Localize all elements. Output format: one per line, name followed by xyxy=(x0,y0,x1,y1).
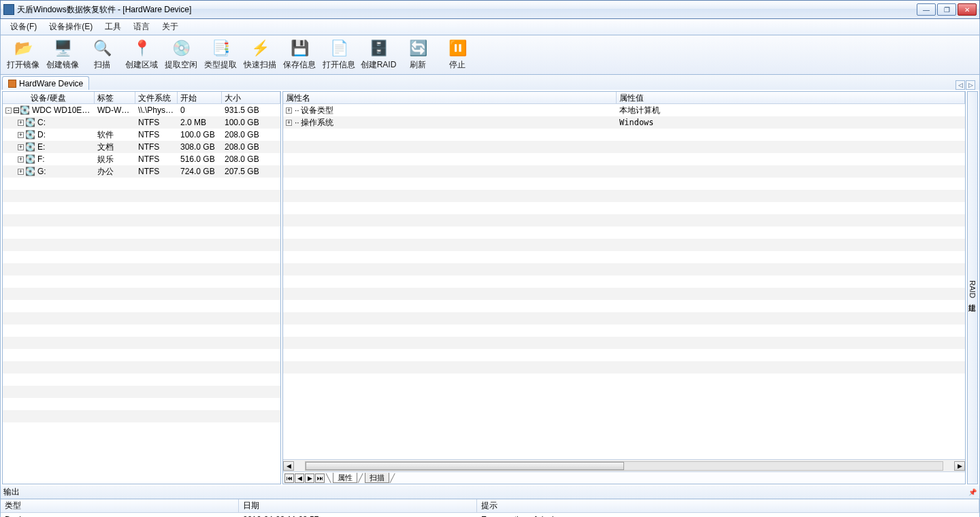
toolbar-button-10[interactable]: 🔄刷新 xyxy=(398,37,438,73)
tab-properties[interactable]: 属性 xyxy=(333,473,357,483)
col-size[interactable]: 大小 xyxy=(222,92,280,103)
col-device[interactable]: 设备/硬盘 xyxy=(3,92,95,103)
device-row[interactable]: +💽E:文档NTFS308.0 GB208.0 GB xyxy=(3,141,280,153)
prop-row[interactable] xyxy=(283,288,965,300)
col-prop-value[interactable]: 属性值 xyxy=(617,92,965,103)
toolbar-button-4[interactable]: 💿提取空闲 xyxy=(161,37,201,73)
device-row[interactable] xyxy=(3,324,280,337)
prop-row[interactable] xyxy=(283,165,965,178)
toolbar-button-6[interactable]: ⚡快速扫描 xyxy=(240,37,280,73)
maximize-button[interactable]: ❐ xyxy=(937,3,956,16)
prop-row[interactable] xyxy=(283,300,965,312)
device-row[interactable]: +💽D:软件NTFS100.0 GB208.0 GB xyxy=(3,129,280,141)
device-row[interactable] xyxy=(3,349,280,361)
menu-item-3[interactable]: 语言 xyxy=(128,20,155,34)
close-button[interactable]: ✕ xyxy=(958,3,977,16)
device-row[interactable]: +💽G:办公NTFS724.0 GB207.5 GB xyxy=(3,165,280,178)
device-row[interactable] xyxy=(3,263,280,276)
menu-item-4[interactable]: 关于 xyxy=(157,20,184,34)
toolbar-button-7[interactable]: 💾保存信息 xyxy=(280,37,319,73)
out-col-hint[interactable]: 提示 xyxy=(477,499,979,512)
menu-item-1[interactable]: 设备操作(E) xyxy=(44,20,98,34)
prop-row[interactable] xyxy=(283,153,965,165)
col-label[interactable]: 标签 xyxy=(95,92,135,103)
device-row[interactable] xyxy=(3,398,280,410)
tab-scan[interactable]: 扫描 xyxy=(365,473,389,483)
nav-last-icon[interactable]: ⏭ xyxy=(315,473,325,483)
prop-expand-icon[interactable]: + xyxy=(286,120,292,126)
device-row[interactable] xyxy=(3,312,280,324)
device-row[interactable] xyxy=(3,373,280,386)
device-row[interactable] xyxy=(3,202,280,214)
toolbar-button-8[interactable]: 📄打开信息 xyxy=(319,37,359,73)
prop-row[interactable] xyxy=(283,251,965,263)
device-row[interactable]: +💽F:娱乐NTFS516.0 GB208.0 GB xyxy=(3,153,280,165)
tab-nav-prev[interactable]: ◁ xyxy=(956,80,965,90)
prop-row[interactable] xyxy=(283,263,965,276)
device-row[interactable] xyxy=(3,251,280,263)
prop-row[interactable] xyxy=(283,276,965,288)
prop-row[interactable]: +··设备类型本地计算机 xyxy=(283,104,965,116)
menu-item-2[interactable]: 工具 xyxy=(99,20,127,34)
nav-first-icon[interactable]: ⏮ xyxy=(284,473,294,483)
tree-expand-icon[interactable]: - xyxy=(5,107,12,114)
toolbar-button-2[interactable]: 🔍扫描 xyxy=(82,37,122,73)
tree-expand-icon[interactable]: + xyxy=(18,169,24,175)
tree-expand-icon[interactable]: + xyxy=(18,120,24,126)
nav-next-icon[interactable]: ▶ xyxy=(305,473,314,483)
toolbar-button-1[interactable]: 🖥️创建镜像 xyxy=(43,37,82,73)
device-row[interactable] xyxy=(3,239,280,251)
prop-row[interactable]: +··操作系统Windows xyxy=(283,116,965,129)
toolbar-button-3[interactable]: 📍创建区域 xyxy=(122,37,161,73)
out-col-type[interactable]: 类型 xyxy=(1,499,239,512)
tab-nav-next[interactable]: ▷ xyxy=(966,80,975,90)
prop-row[interactable] xyxy=(283,129,965,141)
prop-row[interactable] xyxy=(283,324,965,337)
document-tab-hardware[interactable]: HardWare Device xyxy=(2,76,89,90)
device-row[interactable] xyxy=(3,214,280,227)
tree-expand-icon[interactable]: + xyxy=(18,156,24,163)
prop-row[interactable] xyxy=(283,202,965,214)
prop-row[interactable] xyxy=(283,141,965,153)
prop-row[interactable] xyxy=(283,227,965,239)
tree-expand-icon[interactable]: + xyxy=(18,144,24,150)
h-scrollbar[interactable]: ◀ ▶ xyxy=(283,459,965,471)
col-fs[interactable]: 文件系统 xyxy=(135,92,178,103)
prop-expand-icon[interactable]: + xyxy=(286,107,292,114)
toolbar-button-9[interactable]: 🗄️创建RAID xyxy=(359,37,398,73)
prop-row[interactable] xyxy=(283,312,965,324)
scroll-left-icon[interactable]: ◀ xyxy=(283,461,294,471)
minimize-button[interactable]: — xyxy=(917,3,936,16)
scroll-right-icon[interactable]: ▶ xyxy=(954,461,965,471)
col-prop-name[interactable]: 属性名 xyxy=(283,92,617,103)
pin-icon[interactable]: 📌 xyxy=(968,488,977,496)
device-row[interactable] xyxy=(3,337,280,349)
menu-item-0[interactable]: 设备(F) xyxy=(5,20,42,34)
col-start[interactable]: 开始 xyxy=(178,92,222,103)
device-row[interactable] xyxy=(3,300,280,312)
nav-prev-icon[interactable]: ◀ xyxy=(295,473,304,483)
toolbar-button-5[interactable]: 📑类型提取 xyxy=(201,37,240,73)
prop-row[interactable] xyxy=(283,337,965,349)
device-row[interactable] xyxy=(3,386,280,398)
prop-row[interactable] xyxy=(283,239,965,251)
prop-row[interactable] xyxy=(283,190,965,202)
device-row[interactable] xyxy=(3,227,280,239)
device-row[interactable] xyxy=(3,276,280,288)
device-row[interactable] xyxy=(3,361,280,373)
output-row[interactable]: Devices2016-04-09 11:23:57Enumeration of… xyxy=(1,513,979,517)
toolbar-button-0[interactable]: 📂打开镜像 xyxy=(3,37,43,73)
side-tab-raid[interactable]: RAID组建 xyxy=(967,91,978,484)
prop-row[interactable] xyxy=(283,349,965,361)
device-row[interactable]: +💽C:NTFS2.0 MB100.0 GB xyxy=(3,116,280,129)
device-row[interactable] xyxy=(3,190,280,202)
device-row[interactable]: -⊟💽WDC WD10E…WD-WM…\\.\Physi…0931.5 GB xyxy=(3,104,280,116)
device-row[interactable] xyxy=(3,410,280,422)
device-row[interactable] xyxy=(3,178,280,190)
toolbar-button-11[interactable]: ⏸️停止 xyxy=(438,37,477,73)
out-col-date[interactable]: 日期 xyxy=(239,499,477,512)
device-row[interactable] xyxy=(3,288,280,300)
prop-row[interactable] xyxy=(283,214,965,227)
prop-row[interactable] xyxy=(283,361,965,373)
tree-expand-icon[interactable]: + xyxy=(18,132,24,138)
